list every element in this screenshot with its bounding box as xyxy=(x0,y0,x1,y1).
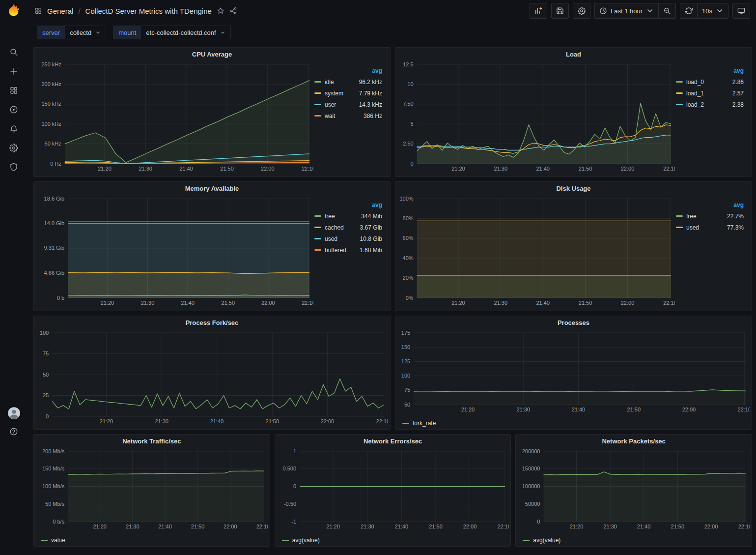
legend-series-name[interactable]: fork_rate xyxy=(413,420,436,427)
chart-cpu-average[interactable]: 0 Hz50 kHz100 kHz150 kHz200 kHz250 kHz21… xyxy=(36,60,313,174)
panel-title[interactable]: CPU Average xyxy=(34,48,390,60)
panel-title[interactable]: Disk Usage xyxy=(395,182,752,195)
sidebar-item-alerting[interactable] xyxy=(0,119,28,138)
time-range-picker[interactable]: Last 1 hour xyxy=(594,3,659,19)
sidebar-item-explore[interactable] xyxy=(0,100,28,119)
y-axis-label: 50 xyxy=(404,402,410,408)
dashboard-grid-icon[interactable] xyxy=(34,7,42,15)
dashboard-settings-button[interactable] xyxy=(573,3,590,19)
chart-disk-usage[interactable]: 0%20%40%60%80%100%21:2021:3021:4021:5022… xyxy=(397,195,675,308)
series-area-value xyxy=(68,471,264,522)
legend-series-name[interactable]: system xyxy=(325,90,343,97)
zoom-out-button[interactable] xyxy=(658,3,676,19)
y-axis-label: 75 xyxy=(43,351,49,356)
sidebar-item-dashboards[interactable] xyxy=(0,81,28,100)
search-icon xyxy=(9,48,18,57)
grafana-logo[interactable] xyxy=(0,0,28,22)
chart-network-traffic-sec[interactable]: 0 b/s50 Mb/s100 Mb/s150 Mb/s200 Mb/s21:2… xyxy=(36,447,268,531)
y-axis-label: 0 xyxy=(410,161,413,167)
x-axis-label: 21:20 xyxy=(93,524,107,529)
y-axis-label: 100 kHz xyxy=(41,121,61,127)
refresh-button[interactable] xyxy=(680,3,698,19)
legend-series-name[interactable]: user xyxy=(325,101,336,108)
y-axis-label: 100% xyxy=(399,196,413,202)
x-axis-label: 21:20 xyxy=(461,407,475,412)
series-area-free xyxy=(417,275,671,298)
legend-series-name[interactable]: free xyxy=(686,213,697,220)
y-axis-label: 7.50 xyxy=(403,101,413,107)
time-controls: Last 1 hour xyxy=(594,3,676,19)
x-axis-label: 21:30 xyxy=(494,166,508,172)
panel-title[interactable]: Network Packets/sec xyxy=(516,435,752,447)
legend-sort-avg[interactable]: avg xyxy=(676,67,744,74)
sidebar-item-configuration[interactable] xyxy=(0,138,28,157)
chart-network-packets-sec[interactable]: 05000010000015000020000021:2021:3021:402… xyxy=(518,447,750,531)
x-axis-label: 22:00 xyxy=(704,524,718,529)
compass-icon xyxy=(9,105,18,114)
sidebar-item-search[interactable] xyxy=(0,42,28,61)
cycle-view-mode-button[interactable] xyxy=(732,3,750,19)
legend-series-name[interactable]: wait xyxy=(325,113,335,119)
legend-series-name[interactable]: load_2 xyxy=(686,101,704,108)
user-avatar[interactable] xyxy=(7,407,21,420)
legend-series-name[interactable]: avg(value) xyxy=(533,537,560,544)
save-dashboard-button[interactable] xyxy=(551,3,569,19)
sidebar-item-create[interactable] xyxy=(0,61,28,81)
legend-sort-avg[interactable]: avg xyxy=(676,202,744,208)
legend-series-name[interactable]: free xyxy=(325,213,335,220)
star-icon[interactable] xyxy=(217,7,224,15)
navbar-actions: Last 1 hour 10s xyxy=(530,3,750,19)
breadcrumb-separator: / xyxy=(78,7,80,15)
chart-network-errors-sec[interactable]: -1-0.5000.500121:2021:3021:4021:5022:002… xyxy=(277,447,509,531)
panel-memory-available: Memory Available0 b4.66 Gib9.31 Gib14.0 … xyxy=(33,181,391,311)
variable-mount-selected: etc-collectd-collectd.conf xyxy=(146,29,216,36)
breadcrumb-folder[interactable]: General xyxy=(47,7,73,15)
y-axis-label: 200 kHz xyxy=(41,81,61,87)
legend-series-name[interactable]: load_1 xyxy=(686,90,704,97)
share-icon[interactable] xyxy=(229,7,237,15)
x-axis-label: 21:20 xyxy=(100,418,113,424)
breadcrumb-dashboard-title[interactable]: CollectD Server Metrics with TDengine xyxy=(85,7,212,15)
sidebar-item-help[interactable] xyxy=(0,424,28,439)
legend-series-name[interactable]: used xyxy=(325,235,337,242)
panel-title[interactable]: Processes xyxy=(395,316,752,329)
top-navbar: General / CollectD Server Metrics with T… xyxy=(28,0,756,22)
legend-sort-avg[interactable]: avg xyxy=(314,202,382,208)
chart-memory-available[interactable]: 0 b4.66 Gib9.31 Gib14.0 Gib18.6 Gib21:20… xyxy=(36,195,313,308)
legend-row: free22.7% xyxy=(676,210,744,222)
sidebar-item-server-admin[interactable] xyxy=(0,157,28,176)
y-axis-label: 0 b/s xyxy=(53,519,64,525)
variable-value-server[interactable]: collectd xyxy=(65,26,106,39)
legend-series-name[interactable]: idle xyxy=(325,79,334,86)
y-axis-label: 1 xyxy=(293,448,296,454)
panel-title[interactable]: Load xyxy=(395,48,752,60)
legend-series-name[interactable]: avg(value) xyxy=(292,537,320,544)
refresh-interval-picker[interactable]: 10s xyxy=(697,3,728,19)
variable-mount: mount etc-collectd-collectd.conf xyxy=(113,26,230,39)
chart-process-fork-sec[interactable]: 025507510021:2021:3021:4021:5022:0022:10 xyxy=(36,329,388,426)
sidebar-menu xyxy=(0,42,28,176)
legend-row: free344 Mib xyxy=(314,210,382,222)
legend-series-name[interactable]: used xyxy=(686,224,699,231)
legend-sort-avg[interactable]: avg xyxy=(314,67,382,74)
series-color-swatch xyxy=(314,249,321,251)
x-axis-label: 21:30 xyxy=(494,300,508,306)
panel-title[interactable]: Memory Available xyxy=(34,182,390,195)
panel-title[interactable]: Network Traffic/sec xyxy=(34,435,270,447)
panel-title[interactable]: Network Errors/sec xyxy=(275,435,511,447)
x-axis-label: 21:30 xyxy=(604,524,617,529)
variable-value-mount[interactable]: etc-collectd-collectd.conf xyxy=(141,26,230,39)
legend-series-name[interactable]: cached xyxy=(325,224,344,231)
legend-series-name[interactable]: buffered xyxy=(325,247,346,254)
panel-title[interactable]: Process Fork/sec xyxy=(34,316,390,329)
add-panel-button[interactable] xyxy=(530,3,547,19)
sidebar-bottom xyxy=(0,407,28,439)
panel-network-traffic-sec: Network Traffic/sec0 b/s50 Mb/s100 Mb/s1… xyxy=(33,434,270,547)
legend-series-name[interactable]: value xyxy=(51,537,65,544)
chart-processes[interactable]: 507510012515017521:2021:3021:4021:5022:0… xyxy=(397,329,750,414)
legend: fork_rate xyxy=(395,417,752,429)
legend-item: avg(value) xyxy=(282,537,320,544)
legend-series-name[interactable]: load_0 xyxy=(686,79,704,86)
chart-load[interactable]: 02.5057.501012.521:2021:3021:4021:5022:0… xyxy=(397,60,675,174)
x-axis-label: 21:50 xyxy=(671,524,685,529)
